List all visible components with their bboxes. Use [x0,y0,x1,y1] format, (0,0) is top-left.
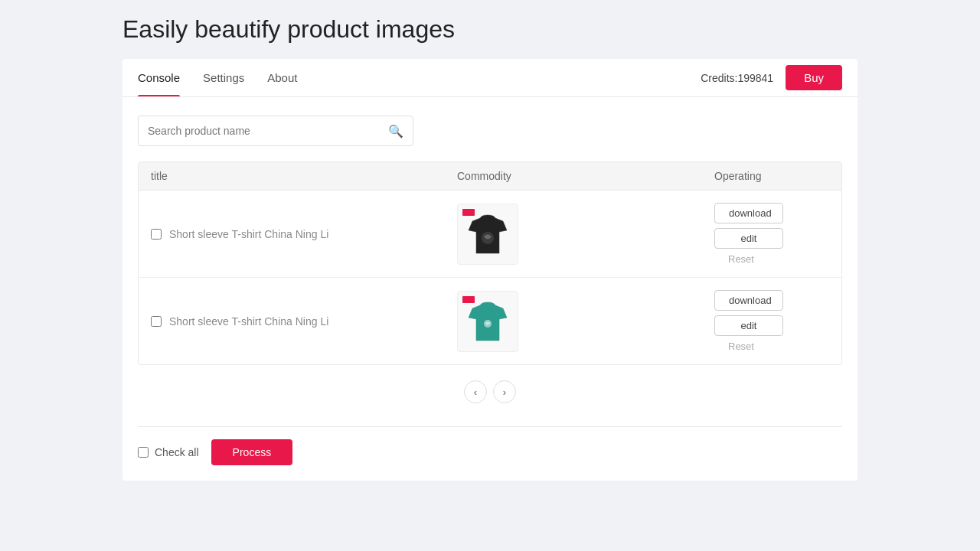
tshirt-black-svg [461,207,514,261]
row2-operating: download edit Reset [714,290,829,352]
row1-commodity [457,204,714,265]
credits-value: 199841 [737,72,773,84]
check-all-label[interactable]: Check all [138,446,199,458]
table-header: title Commodity Operating [139,162,841,191]
search-input[interactable] [148,125,388,137]
tab-console[interactable]: Console [138,59,180,96]
check-all-text: Check all [155,446,199,458]
row1-product-image [457,204,518,265]
tab-settings[interactable]: Settings [203,59,244,96]
tshirt-teal-svg [461,295,514,348]
col-operating: Operating [714,170,829,182]
row2-title-cell: Short sleeve T-shirt China Ning Li [151,315,457,328]
row1-checkbox[interactable] [151,229,162,240]
buy-button[interactable]: Buy [786,65,842,90]
check-all-checkbox[interactable] [138,447,149,458]
row2-product-image [457,291,518,352]
row2-download-button[interactable]: download [714,290,783,311]
row1-title-text: Short sleeve T-shirt China Ning Li [169,228,328,240]
svg-rect-2 [462,296,475,303]
svg-rect-0 [462,209,475,216]
tab-about[interactable]: About [267,59,297,96]
credits-label: Credits: [701,72,737,84]
row2-checkbox[interactable] [151,316,162,327]
page-title: Easily beautify product images [122,15,858,44]
pagination: ‹ › [138,365,842,411]
footer-bar: Check all Process [138,426,842,465]
row2-commodity [457,291,714,352]
nav-tabs: Console Settings About [138,59,701,96]
col-commodity: Commodity [457,170,714,182]
row1-reset-link[interactable]: Reset [714,253,768,265]
nav-bar: Console Settings About Credits:199841 Bu… [122,59,858,97]
product-table: title Commodity Operating Short sleeve T… [138,161,842,365]
row1-edit-button[interactable]: edit [714,228,783,249]
main-container: Easily beautify product images Console S… [122,15,858,481]
table-row: Short sleeve T-shirt China Ning Li [139,191,841,278]
search-icon[interactable]: 🔍 [388,124,403,139]
nav-right: Credits:199841 Buy [701,65,842,90]
search-bar: 🔍 [138,116,413,146]
table-row: Short sleeve T-shirt China Ning Li [139,278,841,364]
next-page-button[interactable]: › [493,380,516,403]
main-panel: 🔍 title Commodity Operating Short sleeve… [122,97,858,481]
row2-title-text: Short sleeve T-shirt China Ning Li [169,315,328,328]
row1-operating: download edit Reset [714,203,829,265]
row2-reset-link[interactable]: Reset [714,341,768,352]
process-button[interactable]: Process [211,439,293,465]
prev-page-button[interactable]: ‹ [464,380,487,403]
credits-display: Credits:199841 [701,72,773,84]
row2-edit-button[interactable]: edit [714,315,783,336]
row1-title-cell: Short sleeve T-shirt China Ning Li [151,228,457,240]
row1-download-button[interactable]: download [714,203,783,223]
col-title: title [151,170,457,182]
